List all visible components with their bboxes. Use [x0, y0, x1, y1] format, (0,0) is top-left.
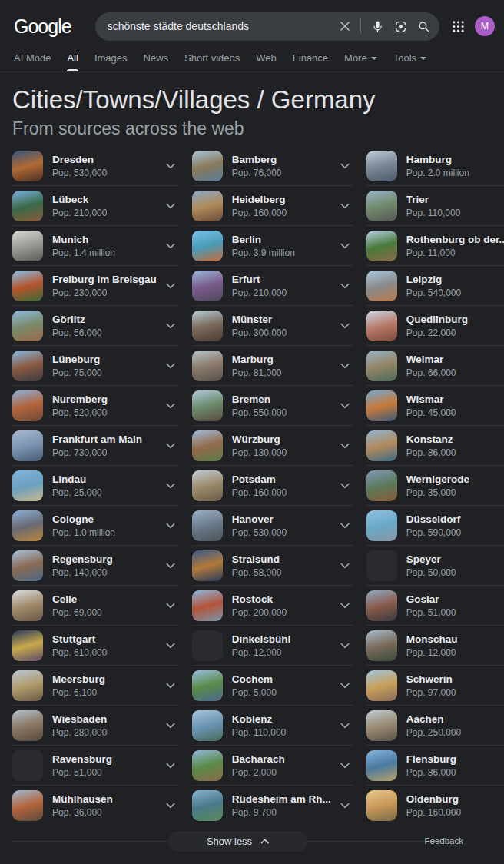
- city-thumbnail[interactable]: [192, 271, 223, 301]
- city-thumbnail[interactable]: [12, 231, 43, 261]
- chevron-down-icon[interactable]: [340, 243, 353, 249]
- city-thumbnail[interactable]: [366, 271, 397, 301]
- chevron-down-icon[interactable]: [340, 523, 353, 529]
- chevron-down-icon[interactable]: [340, 323, 353, 329]
- tab-images[interactable]: Images: [94, 51, 128, 71]
- chevron-down-icon[interactable]: [340, 683, 353, 689]
- city-thumbnail[interactable]: [12, 590, 43, 621]
- city-thumbnail[interactable]: [366, 750, 397, 781]
- city-card[interactable]: MarburgPop. 81,000: [192, 346, 353, 386]
- city-card[interactable]: MonschauPop. 12,000: [366, 626, 504, 666]
- chevron-down-icon[interactable]: [340, 483, 353, 489]
- city-thumbnail[interactable]: [192, 311, 223, 341]
- city-thumbnail[interactable]: [366, 470, 397, 501]
- city-thumbnail[interactable]: [192, 351, 223, 381]
- chevron-down-icon[interactable]: [166, 243, 179, 249]
- city-card[interactable]: Rüdesheim am Rh...Pop. 9,700: [192, 786, 353, 826]
- city-thumbnail[interactable]: [12, 550, 43, 581]
- city-thumbnail[interactable]: [366, 390, 397, 421]
- chevron-down-icon[interactable]: [166, 763, 179, 769]
- chevron-down-icon[interactable]: [166, 443, 179, 449]
- chevron-down-icon[interactable]: [340, 443, 353, 449]
- city-thumbnail[interactable]: [192, 470, 223, 501]
- city-card[interactable]: CellePop. 69,000: [12, 586, 179, 626]
- city-card[interactable]: Rothenburg ob der...Pop. 11,000: [366, 226, 504, 266]
- search-box[interactable]: [95, 12, 439, 41]
- city-card[interactable]: AachenPop. 250,000: [366, 706, 504, 746]
- tab-ai-mode[interactable]: AI Mode: [14, 51, 51, 71]
- city-thumbnail[interactable]: [366, 510, 397, 541]
- city-thumbnail[interactable]: [366, 231, 397, 261]
- chevron-down-icon[interactable]: [340, 283, 353, 289]
- city-card[interactable]: KoblenzPop. 110,000: [192, 706, 353, 746]
- city-thumbnail[interactable]: [366, 590, 397, 621]
- mic-icon[interactable]: [371, 20, 384, 33]
- city-card[interactable]: GoslarPop. 51,000: [366, 586, 504, 626]
- city-thumbnail[interactable]: [12, 191, 43, 221]
- city-card[interactable]: WürzburgPop. 130,000: [192, 426, 353, 466]
- tab-news[interactable]: News: [144, 51, 169, 71]
- city-thumbnail[interactable]: [366, 710, 397, 741]
- city-card[interactable]: QuedlinburgPop. 22,000: [366, 306, 504, 346]
- city-card[interactable]: FlensburgPop. 86,000: [366, 746, 504, 786]
- city-card[interactable]: ColognePop. 1.0 million: [12, 506, 179, 546]
- city-card[interactable]: MünsterPop. 300,000: [192, 306, 353, 346]
- chevron-down-icon[interactable]: [340, 163, 353, 169]
- city-thumbnail[interactable]: [12, 670, 43, 701]
- city-thumbnail[interactable]: [12, 311, 43, 341]
- chevron-down-icon[interactable]: [340, 763, 353, 769]
- city-thumbnail[interactable]: [192, 710, 223, 741]
- city-card[interactable]: HeidelbergPop. 160,000: [192, 186, 353, 226]
- city-card[interactable]: TrierPop. 110,000: [366, 186, 504, 226]
- city-thumbnail[interactable]: [192, 430, 223, 461]
- chevron-down-icon[interactable]: [340, 643, 353, 649]
- city-card[interactable]: WiesbadenPop. 280,000: [12, 706, 179, 746]
- city-card[interactable]: DresdenPop. 530,000: [12, 146, 179, 186]
- tab-tools[interactable]: Tools: [393, 51, 426, 71]
- city-card[interactable]: LindauPop. 25,000: [12, 466, 179, 506]
- city-card[interactable]: BremenPop. 550,000: [192, 386, 353, 426]
- search-input[interactable]: [108, 20, 340, 32]
- chevron-down-icon[interactable]: [166, 163, 179, 169]
- chevron-down-icon[interactable]: [166, 603, 179, 609]
- city-card[interactable]: StralsundPop. 58,000: [192, 546, 353, 586]
- city-card[interactable]: BacharachPop. 2,000: [192, 746, 353, 786]
- city-card[interactable]: DinkelsbühlPop. 12,000: [192, 626, 353, 666]
- city-card[interactable]: Frankfurt am MainPop. 730,000: [12, 426, 179, 466]
- city-thumbnail[interactable]: [192, 790, 223, 821]
- tab-web[interactable]: Web: [256, 51, 277, 71]
- city-card[interactable]: RostockPop. 200,000: [192, 586, 353, 626]
- city-card[interactable]: RavensburgPop. 51,000: [12, 746, 179, 786]
- city-thumbnail[interactable]: [12, 390, 43, 421]
- city-thumbnail[interactable]: [366, 670, 397, 701]
- city-thumbnail[interactable]: [12, 510, 43, 541]
- chevron-down-icon[interactable]: [166, 803, 179, 809]
- chevron-down-icon[interactable]: [166, 203, 179, 209]
- city-card[interactable]: SchwerinPop. 97,000: [366, 666, 504, 706]
- apps-grid-icon[interactable]: [452, 20, 465, 33]
- city-thumbnail[interactable]: [366, 351, 397, 381]
- city-card[interactable]: HamburgPop. 2.0 million: [366, 146, 504, 186]
- city-thumbnail[interactable]: [192, 750, 223, 781]
- city-card[interactable]: WeimarPop. 66,000: [366, 346, 504, 386]
- chevron-down-icon[interactable]: [340, 803, 353, 809]
- city-card[interactable]: DüsseldorfPop. 590,000: [366, 506, 504, 546]
- chevron-down-icon[interactable]: [340, 563, 353, 569]
- city-card[interactable]: NurembergPop. 520,000: [12, 386, 179, 426]
- chevron-down-icon[interactable]: [166, 523, 179, 529]
- city-thumbnail[interactable]: [12, 271, 43, 301]
- city-card[interactable]: WernigerodePop. 35,000: [366, 466, 504, 506]
- city-thumbnail[interactable]: [366, 430, 397, 461]
- city-card[interactable]: CochemPop. 5,000: [192, 666, 353, 706]
- tab-finance[interactable]: Finance: [293, 51, 328, 71]
- city-card[interactable]: OldenburgPop. 160,000: [366, 786, 504, 826]
- chevron-down-icon[interactable]: [166, 683, 179, 689]
- chevron-down-icon[interactable]: [340, 203, 353, 209]
- chevron-down-icon[interactable]: [166, 723, 179, 729]
- tab-all[interactable]: All: [67, 51, 78, 71]
- chevron-down-icon[interactable]: [340, 403, 353, 409]
- city-card[interactable]: RegensburgPop. 140,000: [12, 546, 179, 586]
- city-thumbnail[interactable]: [192, 151, 223, 181]
- city-thumbnail[interactable]: [12, 430, 43, 461]
- city-thumbnail[interactable]: [12, 750, 43, 781]
